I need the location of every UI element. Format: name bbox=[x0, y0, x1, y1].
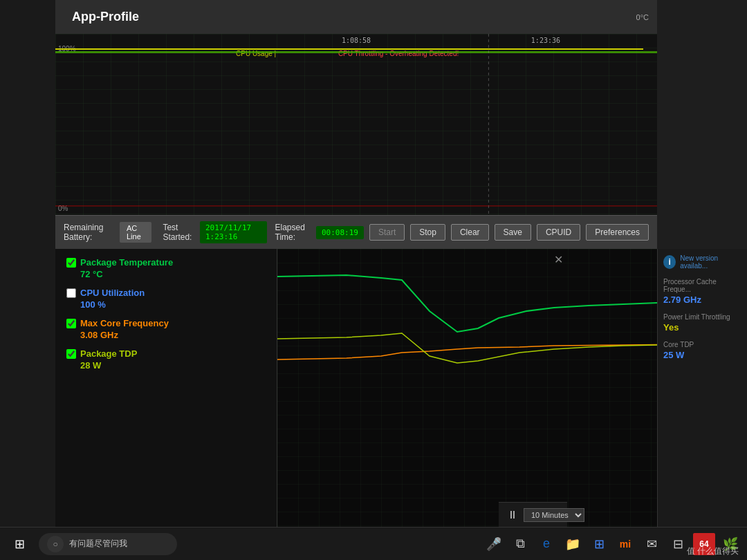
package-temp-name: Package Temperature bbox=[80, 257, 173, 268]
power-limit-row: Power Limit Throttling Yes bbox=[663, 313, 741, 333]
mi-icon[interactable]: mi bbox=[614, 533, 636, 555]
metric-core-freq: Max Core Frequency 3.08 GHz bbox=[66, 318, 266, 340]
monitor-chart-svg bbox=[277, 249, 657, 527]
battery-label: Remaining Battery: bbox=[64, 223, 111, 242]
new-version-row: i New version availab... bbox=[663, 254, 741, 270]
preferences-button[interactable]: Preferences bbox=[586, 224, 649, 241]
core-tdp-value: 25 W bbox=[663, 350, 741, 360]
pause-button[interactable]: ⏸ bbox=[507, 509, 518, 521]
store-icon[interactable]: ⊞ bbox=[588, 533, 610, 555]
task-view-icon[interactable]: ⧉ bbox=[509, 533, 531, 555]
controls-bar: Remaining Battery: AC Line Test Started:… bbox=[55, 215, 657, 249]
ac-line-badge: AC Line bbox=[120, 222, 151, 243]
search-bar[interactable]: ○ 有问题尽管问我 bbox=[39, 533, 177, 555]
cache-freq-row: Processor Cache Freque... 2.79 GHz bbox=[663, 278, 741, 305]
svg-text:CPU Throttling - Overheating D: CPU Throttling - Overheating Detected! bbox=[338, 50, 459, 57]
core-freq-name: Max Core Frequency bbox=[80, 318, 169, 328]
file-explorer-icon[interactable]: 📁 bbox=[562, 533, 584, 555]
start-button[interactable]: Start bbox=[369, 224, 405, 241]
windows-button[interactable]: ⊞ bbox=[6, 530, 33, 558]
cpu-util-value: 100 % bbox=[66, 299, 266, 310]
cache-freq-value: 2.79 GHz bbox=[663, 295, 741, 305]
core-freq-checkbox[interactable] bbox=[66, 319, 76, 328]
cortana-icon: ○ bbox=[47, 536, 64, 552]
package-tdp-checkbox[interactable] bbox=[66, 349, 76, 359]
elapsed-time-badge: 00:08:19 bbox=[316, 226, 364, 239]
search-text: 有问题尽管问我 bbox=[69, 538, 127, 550]
app-window: App-Profile 0°C 1:08:58 1:23:36 100% 0% bbox=[55, 0, 747, 527]
test-time-badge: 2017/11/17 1:23:16 bbox=[200, 221, 267, 243]
core-tdp-row: Core TDP 25 W bbox=[663, 341, 741, 360]
cache-freq-label: Processor Cache Freque... bbox=[663, 278, 741, 293]
svg-text:CPU Usage |: CPU Usage | bbox=[236, 50, 276, 57]
app1-icon[interactable]: ⊟ bbox=[667, 533, 689, 555]
package-tdp-value: 28 W bbox=[66, 360, 266, 371]
test-started-label: Test Started: bbox=[163, 223, 194, 242]
svg-rect-6 bbox=[277, 249, 657, 527]
top-section: App-Profile 0°C 1:08:58 1:23:36 100% 0% bbox=[55, 0, 747, 249]
power-limit-label: Power Limit Throttling bbox=[663, 313, 741, 321]
info-icon: i bbox=[663, 255, 676, 269]
new-version-text: New version availab... bbox=[680, 254, 741, 270]
power-limit-value: Yes bbox=[663, 322, 741, 333]
time-range-select[interactable]: 10 Minutes bbox=[524, 508, 584, 522]
edge-icon[interactable]: e bbox=[535, 533, 557, 555]
save-button[interactable]: Save bbox=[495, 224, 531, 241]
monitor-chart: ✕ ⏸ 10 Minutes bbox=[277, 249, 657, 527]
core-freq-value: 3.08 GHz bbox=[66, 330, 266, 340]
cpuid-button[interactable]: CPUID bbox=[537, 224, 580, 241]
package-temp-checkbox[interactable] bbox=[66, 258, 76, 268]
right-panel: i New version availab... Processor Cache… bbox=[657, 249, 747, 527]
svg-rect-0 bbox=[55, 34, 657, 215]
cpu-chart-container: 1:08:58 1:23:36 100% 0% CPU Usage | CPU bbox=[55, 34, 657, 215]
microphone-icon[interactable]: 🎤 bbox=[483, 533, 505, 555]
core-tdp-label: Core TDP bbox=[663, 341, 741, 348]
cpu-chart-svg: CPU Usage | CPU Throttling - Overheating… bbox=[55, 34, 657, 215]
metric-package-temp: Package Temperature 72 °C bbox=[66, 257, 266, 279]
metrics-panel: Package Temperature 72 °C CPU Utilizatio… bbox=[55, 249, 277, 527]
metric-package-tdp: Package TDP 28 W bbox=[66, 348, 266, 371]
mail-icon[interactable]: ✉ bbox=[640, 533, 663, 555]
playback-bar: ⏸ 10 Minutes bbox=[499, 502, 567, 527]
watermark: 值 什么值得买 bbox=[687, 545, 739, 557]
elapsed-label: Elapsed Time: bbox=[275, 223, 311, 242]
cpu-util-checkbox[interactable] bbox=[66, 288, 76, 298]
app-title: App-Profile bbox=[64, 4, 147, 30]
metric-cpu-util: CPU Utilization 100 % bbox=[66, 288, 266, 310]
taskbar: ⊞ ○ 有问题尽管问我 🎤 ⧉ e 📁 ⊞ mi ✉ ⊟ 64 🌿 值 什么值得… bbox=[0, 527, 747, 560]
svg-marker-4 bbox=[55, 51, 657, 53]
monitor-section: Package Temperature 72 °C CPU Utilizatio… bbox=[55, 249, 747, 527]
package-temp-value: 72 °C bbox=[66, 269, 266, 279]
minimize-btn[interactable]: ✕ bbox=[554, 253, 563, 266]
stop-button[interactable]: Stop bbox=[410, 224, 445, 241]
cpu-util-name: CPU Utilization bbox=[80, 288, 145, 298]
clear-button[interactable]: Clear bbox=[451, 224, 489, 241]
temp-label: 0°C bbox=[636, 13, 649, 21]
package-tdp-name: Package TDP bbox=[80, 348, 137, 359]
